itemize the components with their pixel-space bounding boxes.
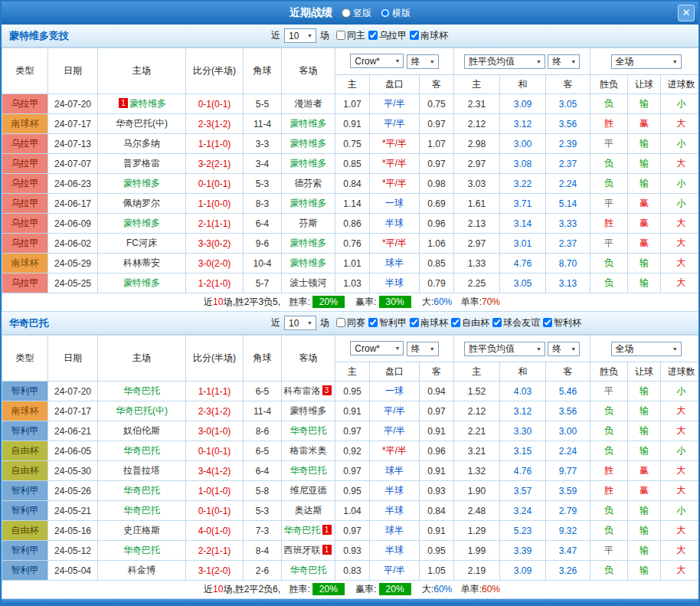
filter-checkbox-input[interactable]: [543, 318, 552, 327]
footer-count: 10: [213, 584, 223, 595]
filter-checkbox-input[interactable]: [451, 318, 460, 327]
goals-result-cell: 大: [661, 521, 700, 541]
date-cell: 24-05-26: [48, 481, 98, 501]
match-row: 南球杯24-07-17华奇巴托(中)2-3(1-2)11-4蒙特维多0.91平/…: [2, 114, 700, 134]
asian-away-odds-cell: 1.05: [420, 561, 454, 581]
filter-checkbox[interactable]: 同赛: [336, 316, 365, 329]
result-cell: 胜: [590, 114, 628, 134]
subcol-handicap: 盘口: [370, 75, 420, 94]
europe-stage-dropdown[interactable]: 终▼: [548, 342, 580, 356]
odds-stage-dropdown[interactable]: 终▼: [407, 54, 439, 69]
match-row: 乌拉甲24-07-201蒙特维多0-1(0-1)5-5漫游者1.07平/半0.7…: [2, 94, 700, 114]
filter-checkbox[interactable]: 智利甲: [368, 316, 407, 329]
asian-away-odds-cell: 0.97: [420, 154, 454, 174]
bookmaker-dropdown[interactable]: Crow*▼: [350, 341, 404, 355]
single-rate-value: 70%: [482, 296, 500, 307]
away-team-cell: 芬斯: [282, 214, 335, 234]
europe-away-odds-cell: 2.39: [546, 134, 590, 154]
league-cell: 智利甲: [2, 501, 48, 521]
europe-away-odds-cell: 9.77: [546, 461, 590, 481]
filter-checkbox-input[interactable]: [410, 318, 419, 327]
date-cell: 24-06-05: [48, 441, 98, 461]
corner-cell: 6-5: [244, 382, 282, 401]
window-title: 近期战绩: [289, 6, 332, 20]
filter-checkbox[interactable]: 自由杯: [451, 316, 489, 329]
asian-away-odds-cell: 1.07: [420, 134, 454, 154]
filter-checkbox-group: 同主乌拉甲南球杯: [333, 29, 448, 43]
odds-stage-value: 终: [411, 342, 420, 355]
team-name: 格雷米奥: [290, 445, 327, 456]
filter-checkbox-input[interactable]: [336, 318, 345, 327]
result-cell: 平: [590, 382, 628, 401]
europe-odds-dropdown[interactable]: 胜平负均值▼: [464, 342, 545, 356]
chevron-down-icon: ▼: [672, 59, 678, 64]
match-count-dropdown[interactable]: 10 ▼: [284, 316, 316, 330]
filter-checkbox[interactable]: 南球杯: [410, 29, 448, 42]
close-button[interactable]: ✕: [678, 5, 695, 21]
result-cell: 负: [590, 401, 628, 421]
asian-away-odds-cell: 0.97: [420, 114, 454, 134]
handicap-cell: 平/半: [370, 94, 420, 114]
date-cell: 24-07-17: [48, 401, 98, 421]
filter-checkbox-input[interactable]: [492, 318, 502, 327]
europe-odds-group-header: 胜平负均值▼ 终▼: [454, 48, 590, 75]
filter-checkbox[interactable]: 南球杯: [410, 316, 448, 329]
team-name: 华奇巴托: [123, 485, 160, 496]
away-team-cell: 蒙特维多: [282, 194, 335, 214]
home-team-cell: 华奇巴托: [98, 441, 186, 461]
match-count-dropdown[interactable]: 10 ▼: [284, 28, 316, 43]
handicap-win-rate-label: 赢率:: [355, 584, 376, 595]
scope-dropdown[interactable]: 全场▼: [611, 54, 682, 69]
match-row: 自由杯24-06-05华奇巴托0-1(0-1)6-5格雷米奥0.92*平/半0.…: [2, 441, 700, 461]
match-row: 乌拉甲24-06-09蒙特维多2-1(1-1)6-4芬斯0.86半球0.962.…: [2, 214, 700, 234]
filter-checkbox[interactable]: 同主: [336, 29, 365, 42]
date-cell: 24-07-07: [48, 154, 98, 174]
layout-radio-vertical-input[interactable]: [342, 8, 351, 18]
filter-checkbox-label: 自由杯: [462, 316, 489, 329]
result-cell: 负: [590, 154, 628, 174]
filter-checkbox-label: 智利甲: [379, 316, 407, 329]
filter-checkbox[interactable]: 球会友谊: [492, 316, 540, 329]
europe-home-odds-cell: 1.33: [454, 254, 500, 274]
europe-stage-dropdown[interactable]: 终▼: [548, 54, 580, 69]
handicap-result-cell: 输: [628, 254, 661, 274]
team-section-header-huachipato: 华奇巴托 近 10 ▼ 场 同赛智利甲南球杯自由杯球会友谊智利杯: [2, 312, 698, 335]
away-team-cell: 波士顿河: [282, 274, 335, 293]
team-name: 波士顿河: [290, 277, 327, 288]
filter-checkbox-input[interactable]: [368, 31, 378, 40]
filter-checkbox[interactable]: 乌拉甲: [368, 29, 407, 42]
chevron-down-icon: ▼: [571, 346, 576, 352]
handicap-result-cell: 输: [628, 94, 661, 114]
bookmaker-dropdown[interactable]: Crow*▼: [350, 54, 404, 68]
layout-radio-horizontal[interactable]: 横版: [381, 7, 411, 20]
europe-home-odds-cell: 3.21: [454, 441, 500, 461]
asian-odds-group-header: Crow*▼ 终▼: [335, 336, 454, 362]
layout-radio-vertical-label: 竖版: [353, 7, 371, 20]
layout-radio-vertical[interactable]: 竖版: [342, 7, 371, 20]
filter-checkbox-input[interactable]: [410, 31, 419, 40]
big-rate-value: 60%: [433, 296, 452, 307]
filter-checkbox-input[interactable]: [336, 31, 345, 40]
date-cell: 24-05-30: [48, 461, 98, 481]
result-cell: 胜: [590, 481, 628, 501]
goals-result-cell: 大: [661, 274, 700, 293]
team-name: 拉普拉塔: [123, 465, 160, 476]
team-name: 蒙特维多: [123, 178, 160, 188]
filter-checkbox[interactable]: 智利杯: [543, 316, 581, 329]
goals-result-cell: 大: [661, 234, 700, 254]
handicap-result-cell: 赢: [628, 194, 661, 214]
odds-stage-dropdown[interactable]: 终▼: [407, 342, 439, 356]
handicap-result-cell: 赢: [628, 234, 661, 254]
handicap-cell: 半球: [370, 481, 420, 501]
europe-odds-dropdown[interactable]: 胜平负均值▼: [464, 54, 545, 69]
layout-radio-horizontal-input[interactable]: [381, 8, 390, 18]
team-name: 蒙特维多: [123, 218, 160, 228]
goals-result-cell: 小: [661, 94, 700, 114]
score-cell: 4-0(1-0): [186, 521, 244, 541]
chevron-down-icon: ▼: [307, 33, 312, 38]
chevron-down-icon: ▼: [672, 346, 678, 352]
handicap-result-cell: 输: [628, 421, 661, 441]
handicap-result-cell: 输: [628, 134, 661, 154]
scope-dropdown[interactable]: 全场▼: [611, 342, 682, 356]
filter-checkbox-input[interactable]: [368, 318, 378, 327]
